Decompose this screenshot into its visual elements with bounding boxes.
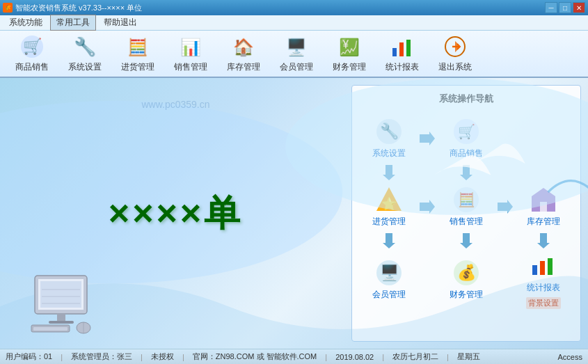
toolbar-btn-exit-label: 退出系统 [438,61,472,73]
left-panel: www.pc0359.cn ××××单 [0,78,351,349]
arrow-right-3 [498,200,513,214]
toolbar-btn-purchase[interactable]: 🧮 进货管理 [113,33,163,74]
toolbar-btn-member[interactable]: 🖥️ 会员管理 [271,33,321,74]
toolbar-btn-report-label: 统计报表 [386,61,419,73]
toolbar-btn-exit[interactable]: 退出系统 [430,33,480,74]
svg-marker-42 [460,233,472,248]
svg-rect-9 [399,42,404,56]
settings-nav-icon: 🔧 [375,118,403,145]
svg-text:💰: 💰 [456,263,476,282]
svg-rect-49 [540,261,545,275]
arrow-right-1 [420,132,435,145]
toolbar-btn-sales[interactable]: 🛒 商品销售 [7,33,57,74]
nav-item-finance[interactable]: 💰 财务管理 [436,255,495,305]
toolbar-btn-settings[interactable]: 🔧 系统设置 [60,33,110,74]
svg-text:🧮: 🧮 [457,191,475,208]
arrow-down-5 [514,233,573,248]
inventory-nav-icon [530,186,557,214]
nav-item-settings-label: 系统设置 [372,148,406,159]
exit-icon [443,34,468,59]
bg-settings-label: 背景设置 [526,297,561,309]
nav-item-sales-mgmt[interactable]: 🧮 销售管理 [436,182,495,232]
svg-rect-48 [532,265,537,275]
settings-icon: 🔧 [72,34,97,59]
main-big-text: ××××单 [109,189,243,238]
toolbar-btn-sales-label: 商品销售 [15,61,49,73]
nav-panel: 系统操作导航 🔧 系统设置 [351,85,581,342]
svg-rect-8 [392,48,397,56]
menu-bar: 系统功能 常用工具 帮助退出 [0,15,588,31]
status-username: 系统管理员：张三 [71,351,132,362]
toolbar-btn-inventory[interactable]: 🏠 库存管理 [218,33,269,74]
app-icon: 🌾 [3,3,13,13]
menu-item-tools[interactable]: 常用工具 [50,15,96,31]
status-dbtype: Access [558,353,582,361]
arrow-right-2 [420,200,435,214]
nav-item-report[interactable]: 统计报表 [525,250,562,296]
menu-item-help[interactable]: 帮助退出 [97,15,143,31]
nav-item-settings[interactable]: 🔧 系统设置 [359,113,418,164]
nav-item-purchase[interactable]: ⭐ 进货管理 [359,182,418,232]
arrow-down-3 [359,233,418,248]
toolbar-btn-salesm[interactable]: 📊 销售管理 [166,33,216,74]
svg-text:🖥️: 🖥️ [379,263,399,282]
toolbar-btn-finance[interactable]: 💹 财务管理 [324,33,374,74]
computer-illustration [21,272,104,335]
status-lunar: 农历七月初二 [392,351,438,362]
svg-marker-28 [420,132,435,145]
svg-rect-16 [40,281,81,308]
inventory-icon: 🏠 [231,34,256,59]
svg-text:💹: 💹 [339,37,360,57]
svg-text:🔧: 🔧 [74,35,97,58]
status-userid: 用户编码：01 [6,351,52,362]
member-nav-icon: 🖥️ [375,259,403,287]
svg-rect-21 [49,321,74,324]
report-icon [390,34,415,59]
nav-item-inventory[interactable]: 库存管理 [514,182,573,232]
svg-text:🏠: 🏠 [233,37,254,57]
svg-text:🧮: 🧮 [127,37,148,57]
nav-item-product-sales[interactable]: 🛒 商品销售 [436,113,495,164]
purchase-icon: 🧮 [125,34,150,59]
close-button[interactable]: ✕ [573,2,585,13]
status-bar: 用户编码：01 | 系统管理员：张三 | 未授权 | 官网：ZN98.COM 或… [0,349,588,364]
maximize-button[interactable]: □ [559,2,571,13]
svg-marker-32 [460,165,472,180]
toolbar-btn-report[interactable]: 统计报表 [377,33,427,74]
status-weekday: 星期五 [457,351,480,362]
nav-item-member[interactable]: 🖥️ 会员管理 [359,255,418,305]
title-bar-left: 🌾 智能农资销售系统 v37.33--×××× 单位 [3,3,142,13]
toolbar-btn-finance-label: 财务管理 [333,61,366,73]
svg-text:🔧: 🔧 [379,122,399,141]
title-controls[interactable]: ─ □ ✕ [545,2,585,13]
svg-text:⭐: ⭐ [381,196,397,212]
toolbar-btn-settings-label: 系统设置 [68,61,102,73]
svg-marker-35 [420,200,435,214]
main-area: www.pc0359.cn ××××单 [0,78,588,349]
svg-text:🖥️: 🖥️ [286,37,307,57]
arrow-down-4 [436,233,495,248]
svg-rect-20 [57,314,65,321]
minimize-button[interactable]: ─ [545,2,557,13]
status-official: 官网：ZN98.COM 或 智能软件.COM [193,351,317,362]
arrow-down-1 [359,165,418,180]
nav-item-report-label: 统计报表 [527,282,560,294]
svg-marker-38 [498,200,513,214]
nav-item-product-sales-label: 商品销售 [450,148,483,159]
report-nav-icon [530,252,557,280]
toolbar-btn-member-label: 会员管理 [280,61,313,73]
arrow-down-2 [436,165,495,180]
nav-item-sales-mgmt-label: 销售管理 [450,216,483,228]
svg-marker-31 [383,165,395,180]
toolbar-btn-inventory-label: 库存管理 [227,61,260,73]
bg-settings-button[interactable]: 背景设置 [526,297,561,309]
finance-icon: 💹 [337,34,362,59]
nav-item-member-label: 会员管理 [372,289,406,301]
nav-item-inventory-label: 库存管理 [527,216,560,228]
toolbar-btn-salesm-label: 销售管理 [174,61,207,73]
salesm-icon: 📊 [178,34,203,59]
nav-item-finance-label: 财务管理 [450,289,483,301]
svg-text:🛒: 🛒 [457,123,475,140]
sales-mgmt-nav-icon: 🧮 [452,186,480,214]
menu-item-system[interactable]: 系统功能 [3,15,49,31]
